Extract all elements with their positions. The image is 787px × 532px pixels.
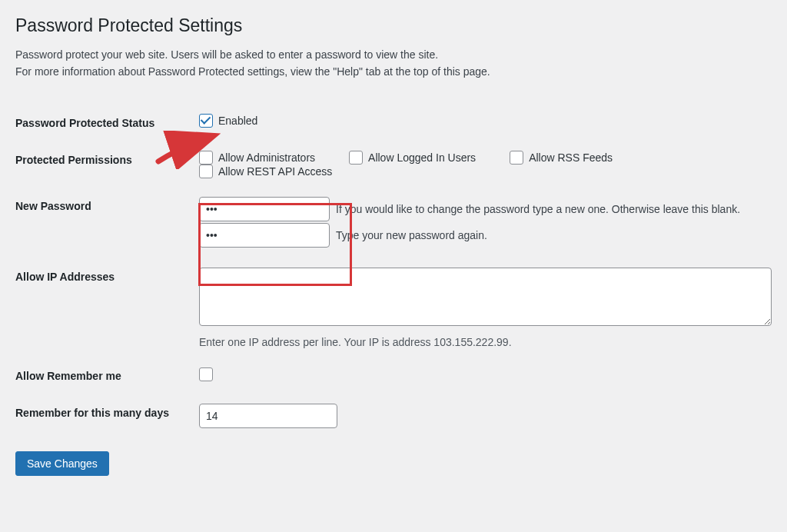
permission-admin-checkbox[interactable]	[199, 151, 213, 165]
remember-days-label: Remember for this many days	[15, 394, 199, 437]
status-enabled-label: Enabled	[218, 115, 257, 127]
settings-page: Password Protected Settings Password pro…	[15, 15, 772, 476]
permission-loggedin-checkbox[interactable]	[349, 151, 363, 165]
confirm-password-hint: Type your new password again.	[336, 229, 487, 241]
description-line-2: For more information about Password Prot…	[15, 65, 490, 78]
remember-me-checkbox[interactable]	[199, 367, 213, 381]
permissions-group: Allow Administrators Allow Logged In Use…	[199, 151, 772, 178]
permission-restapi-checkbox[interactable]	[199, 165, 213, 178]
page-title: Password Protected Settings	[15, 15, 772, 36]
new-password-label: New Password	[15, 188, 199, 258]
permission-rss-checkbox[interactable]	[510, 151, 523, 165]
remember-me-label: Allow Remember me	[15, 357, 199, 394]
confirm-password-input[interactable]	[199, 223, 330, 248]
page-description: Password protect your web site. Users wi…	[15, 47, 772, 80]
allow-ip-textarea[interactable]	[199, 268, 772, 326]
new-password-hint: If you would like to change the password…	[336, 203, 740, 215]
permission-admin-label: Allow Administrators	[218, 151, 315, 164]
save-changes-button[interactable]: Save Changes	[15, 451, 109, 476]
settings-form-table: Password Protected Status Enabled Protec…	[15, 105, 772, 437]
permission-restapi-label: Allow REST API Access	[218, 165, 332, 178]
status-label: Password Protected Status	[15, 105, 199, 141]
description-line-1: Password protect your web site. Users wi…	[15, 48, 438, 61]
remember-days-input[interactable]	[199, 404, 337, 428]
allow-ip-label: Allow IP Addresses	[15, 258, 199, 357]
permission-rss-label: Allow RSS Feeds	[529, 151, 613, 164]
allow-ip-hint: Enter one IP address per line. Your IP i…	[199, 336, 772, 348]
new-password-input[interactable]	[199, 197, 330, 221]
permissions-label: Protected Permissions	[15, 141, 199, 188]
permission-loggedin-label: Allow Logged In Users	[368, 151, 476, 164]
status-enabled-checkbox[interactable]	[199, 114, 213, 128]
